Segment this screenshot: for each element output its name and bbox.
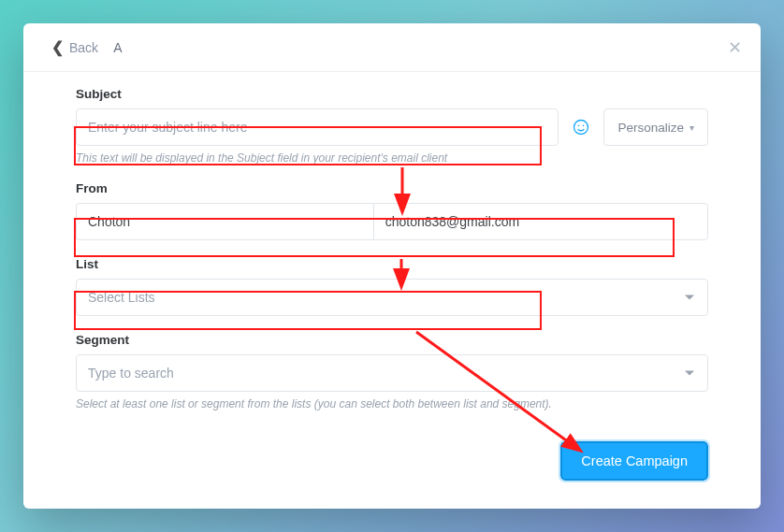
modal-body: Subject Personalize ▾ This text will be … xyxy=(23,72,761,410)
segment-section: Segment Type to search Select at least o… xyxy=(76,333,708,410)
personalize-button[interactable]: Personalize ▾ xyxy=(603,108,708,146)
list-placeholder: Select Lists xyxy=(88,290,155,305)
from-section: From xyxy=(76,181,708,240)
segment-placeholder: Type to search xyxy=(88,366,174,381)
emoji-button[interactable] xyxy=(559,108,603,146)
personalize-label: Personalize xyxy=(617,121,684,135)
back-label: Back xyxy=(69,40,98,55)
subject-help: This text will be displayed in the Subje… xyxy=(76,151,708,165)
breadcrumb: A xyxy=(113,40,122,55)
chevron-down-icon xyxy=(685,371,694,376)
from-label: From xyxy=(76,181,708,195)
svg-point-2 xyxy=(583,125,585,127)
segment-help: Select at least one list or segment from… xyxy=(76,397,708,410)
modal-header: ❮ Back A ✕ xyxy=(23,23,761,72)
segment-select[interactable]: Type to search xyxy=(76,354,708,392)
campaign-modal: ❮ Back A ✕ Subject Personalize xyxy=(23,23,761,509)
from-name-input[interactable] xyxy=(76,203,373,240)
list-label: List xyxy=(76,257,708,271)
subject-row: Personalize ▾ xyxy=(76,108,708,146)
svg-point-1 xyxy=(578,125,580,127)
list-select[interactable]: Select Lists xyxy=(76,279,708,316)
list-section: List Select Lists xyxy=(76,257,708,316)
subject-label: Subject xyxy=(76,87,708,101)
chevron-down-icon: ▾ xyxy=(690,122,694,133)
close-icon[interactable]: ✕ xyxy=(728,37,742,58)
smile-icon xyxy=(572,118,590,137)
modal-footer: Create Campaign xyxy=(560,441,708,481)
from-row xyxy=(76,203,708,240)
subject-input[interactable] xyxy=(76,108,559,146)
chevron-down-icon xyxy=(685,295,694,300)
subject-section: Subject Personalize ▾ This text will be … xyxy=(76,87,708,165)
chevron-left-icon: ❮ xyxy=(51,40,64,55)
create-campaign-button[interactable]: Create Campaign xyxy=(560,441,708,481)
from-email-input[interactable] xyxy=(373,203,708,240)
svg-point-0 xyxy=(574,121,588,135)
back-button[interactable]: ❮ Back xyxy=(51,40,98,55)
segment-label: Segment xyxy=(76,333,708,347)
